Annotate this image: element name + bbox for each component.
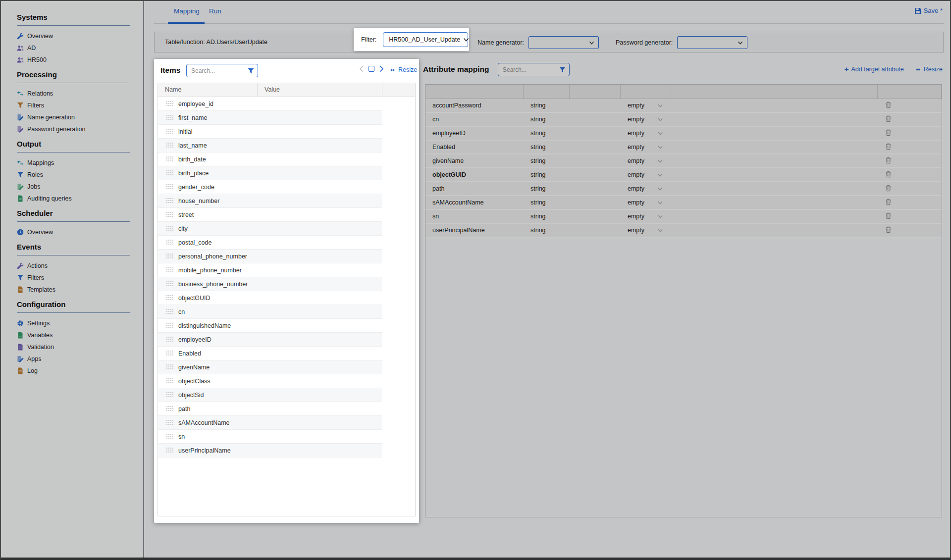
items-col-name[interactable]: Name xyxy=(158,83,258,97)
sidebar-item[interactable]: Overview xyxy=(12,30,130,42)
items-search-input[interactable] xyxy=(187,64,258,77)
items-table-row[interactable]: sn xyxy=(158,430,382,444)
delete-attribute-button[interactable] xyxy=(885,185,892,192)
items-table-row[interactable]: street xyxy=(158,208,382,222)
page-next-icon[interactable] xyxy=(379,65,384,72)
items-table-row[interactable]: employeeID xyxy=(158,333,382,347)
filter-funnel-icon[interactable] xyxy=(559,67,566,73)
items-table-row[interactable]: givenName xyxy=(158,360,382,374)
sidebar-item[interactable]: Variables xyxy=(12,329,130,341)
save-button[interactable]: Save * xyxy=(914,7,943,14)
sidebar-item[interactable]: Name generation xyxy=(12,111,130,123)
items-table-row[interactable]: postal_code xyxy=(158,236,382,250)
attribute-column-header[interactable] xyxy=(770,85,878,99)
delete-attribute-button[interactable] xyxy=(885,171,892,178)
attribute-table-row[interactable]: objectGUID string empty xyxy=(425,168,942,182)
chevron-down-icon[interactable] xyxy=(657,131,663,136)
items-table-row[interactable]: last_name xyxy=(158,139,382,153)
drag-handle-icon[interactable] xyxy=(166,392,174,398)
delete-attribute-button[interactable] xyxy=(885,157,892,164)
attribute-column-header[interactable] xyxy=(570,85,621,99)
sidebar-item[interactable]: Settings xyxy=(12,317,130,329)
sidebar-item[interactable]: HR500 xyxy=(12,54,130,65)
chevron-down-icon[interactable] xyxy=(657,214,663,219)
sidebar-item[interactable]: Log xyxy=(12,365,130,376)
sidebar-item[interactable]: Jobs xyxy=(12,181,130,192)
items-resize-button[interactable]: Resize xyxy=(389,66,417,73)
items-table-row[interactable]: mobile_phone_number xyxy=(158,263,382,277)
attribute-column-header[interactable] xyxy=(671,85,770,99)
drag-handle-icon[interactable] xyxy=(166,226,174,231)
chevron-down-icon[interactable] xyxy=(657,228,663,233)
sidebar-item[interactable]: Relations xyxy=(12,88,130,99)
attribute-column-header[interactable] xyxy=(878,85,942,99)
chevron-down-icon[interactable] xyxy=(657,103,663,108)
sidebar-item[interactable]: Password generation xyxy=(12,123,130,135)
items-table-row[interactable]: house_number xyxy=(158,194,382,208)
attribute-table-row[interactable]: path string empty xyxy=(425,182,942,196)
drag-handle-icon[interactable] xyxy=(166,309,174,314)
items-table-row[interactable]: path xyxy=(158,402,382,416)
items-table-row[interactable]: Enabled xyxy=(158,347,382,360)
attribute-search-input[interactable] xyxy=(498,63,569,76)
attribute-column-header[interactable] xyxy=(621,85,671,99)
attribute-table-row[interactable]: employeeID string empty xyxy=(425,127,942,141)
drag-handle-icon[interactable] xyxy=(166,351,174,356)
drag-handle-icon[interactable] xyxy=(166,143,174,148)
drag-handle-icon[interactable] xyxy=(166,406,174,411)
attribute-column-header[interactable] xyxy=(524,85,570,99)
filter-funnel-icon[interactable] xyxy=(248,68,254,74)
delete-attribute-button[interactable] xyxy=(885,115,892,123)
drag-handle-icon[interactable] xyxy=(166,212,174,217)
sidebar-item[interactable]: Mappings xyxy=(12,157,130,168)
chevron-down-icon[interactable] xyxy=(657,159,663,163)
items-table-row[interactable]: city xyxy=(158,222,382,236)
items-table-row[interactable]: distinguishedName xyxy=(158,319,382,333)
drag-handle-icon[interactable] xyxy=(166,448,174,453)
page-previous-icon[interactable] xyxy=(359,65,364,72)
drag-handle-icon[interactable] xyxy=(166,420,174,425)
drag-handle-icon[interactable] xyxy=(166,323,174,328)
drag-handle-icon[interactable] xyxy=(166,170,174,176)
items-table-row[interactable]: objectGUID xyxy=(158,291,382,305)
chevron-down-icon[interactable] xyxy=(657,201,663,205)
page-current-icon[interactable] xyxy=(369,66,374,72)
attribute-table-row[interactable]: givenName string empty xyxy=(425,154,942,168)
attribute-table-row[interactable]: userPrincipalName string empty xyxy=(425,224,942,238)
drag-handle-icon[interactable] xyxy=(166,281,174,287)
items-table-row[interactable]: sAMAccountName xyxy=(158,416,382,430)
tab-mapping[interactable]: Mapping xyxy=(174,7,200,15)
items-table-row[interactable]: cn xyxy=(158,305,382,319)
drag-handle-icon[interactable] xyxy=(166,184,174,190)
attribute-table-row[interactable]: cn string empty xyxy=(425,113,942,127)
sidebar-item[interactable]: AD xyxy=(12,42,130,53)
items-table-row[interactable]: birth_date xyxy=(158,153,382,166)
attribute-table-row[interactable]: accountPassword string empty xyxy=(425,99,942,113)
sidebar-item[interactable]: Templates xyxy=(12,284,130,295)
items-table-row[interactable]: objectSid xyxy=(158,388,382,402)
sidebar-item[interactable]: Validation xyxy=(12,341,130,353)
drag-handle-icon[interactable] xyxy=(166,337,174,342)
delete-attribute-button[interactable] xyxy=(885,129,892,137)
drag-handle-icon[interactable] xyxy=(166,254,174,259)
items-table-row[interactable]: personal_phone_number xyxy=(158,250,382,263)
drag-handle-icon[interactable] xyxy=(166,198,174,204)
chevron-down-icon[interactable] xyxy=(657,187,663,191)
items-table-row[interactable]: employee_id xyxy=(158,97,382,111)
drag-handle-icon[interactable] xyxy=(166,240,174,245)
items-table-row[interactable]: initial xyxy=(158,125,382,139)
attribute-resize-button[interactable]: Resize xyxy=(915,66,943,73)
chevron-down-icon[interactable] xyxy=(657,145,663,150)
sidebar-item[interactable]: Filters xyxy=(12,100,130,111)
items-table-row[interactable]: objectClass xyxy=(158,374,382,388)
items-table-row[interactable]: first_name xyxy=(158,111,382,125)
items-col-value[interactable]: Value xyxy=(258,83,382,97)
items-table-row[interactable]: birth_place xyxy=(158,166,382,180)
attribute-table-row[interactable]: sAMAccountName string empty xyxy=(425,196,942,210)
attribute-table-row[interactable]: sn string empty xyxy=(425,210,942,224)
sidebar-item[interactable]: Overview xyxy=(12,226,130,238)
chevron-down-icon[interactable] xyxy=(657,173,663,177)
sidebar-item[interactable]: Apps xyxy=(12,353,130,364)
drag-handle-icon[interactable] xyxy=(166,378,174,384)
drag-handle-icon[interactable] xyxy=(166,295,174,301)
